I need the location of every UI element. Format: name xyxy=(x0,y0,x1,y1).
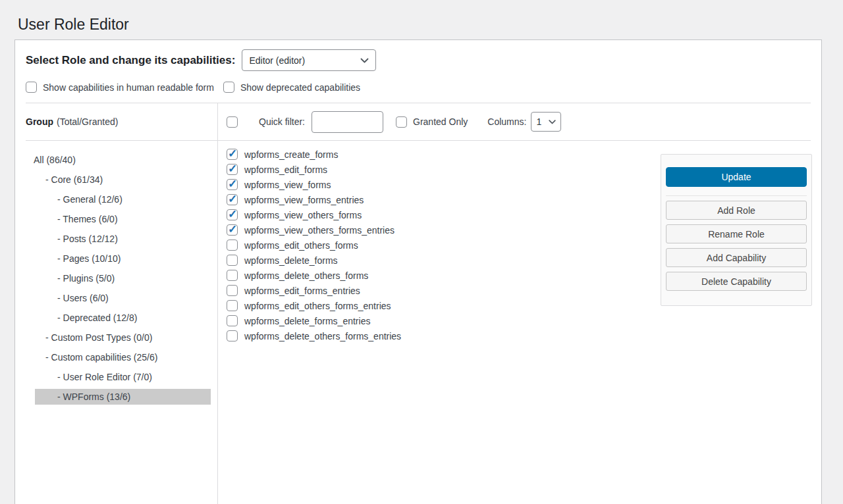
capability-name: wpforms_view_forms xyxy=(244,180,331,190)
group-tree-item[interactable]: - Deprecated (12/8) xyxy=(15,308,217,328)
delete-capability-button[interactable]: Delete Capability xyxy=(666,272,807,291)
group-label: - Deprecated (12/8) xyxy=(57,313,137,323)
deprecated-option[interactable]: Show deprecated capabilities xyxy=(223,82,360,93)
group-label: All (86/40) xyxy=(34,155,76,165)
user-role-editor-panel: Select Role and change its capabilities:… xyxy=(14,39,822,504)
group-header-suffix: (Total/Granted) xyxy=(57,116,118,127)
group-tree-item[interactable]: All (86/40) xyxy=(15,150,217,170)
capability-checkbox[interactable] xyxy=(227,194,238,205)
columns-select-value: 1 xyxy=(536,116,541,127)
granted-only-checkbox[interactable] xyxy=(396,116,407,128)
capability-name: wpforms_edit_others_forms xyxy=(244,240,358,251)
chevron-down-icon xyxy=(549,120,556,124)
list-header-row: Group (Total/Granted) Quick filter: Gran… xyxy=(15,103,821,140)
group-tree-item[interactable]: - Plugins (5/0) xyxy=(15,268,217,288)
group-label: - General (12/6) xyxy=(57,194,122,205)
role-select[interactable]: Editor (editor) xyxy=(242,49,376,71)
capability-row: wpforms_edit_others_forms_entries xyxy=(227,300,661,311)
capability-row: wpforms_delete_others_forms_entries xyxy=(227,330,661,341)
quick-filter-input[interactable] xyxy=(312,111,383,133)
group-label: - Themes (6/0) xyxy=(57,214,118,224)
capability-name: wpforms_edit_others_forms_entries xyxy=(244,301,391,311)
capability-checkbox[interactable] xyxy=(227,239,238,251)
group-tree-item[interactable]: - General (12/6) xyxy=(15,189,217,209)
capability-name: wpforms_view_others_forms xyxy=(244,210,362,220)
separator xyxy=(666,195,807,196)
capability-row: wpforms_delete_others_forms xyxy=(227,270,661,281)
add-role-button[interactable]: Add Role xyxy=(666,201,807,220)
group-tree-item[interactable]: - Pages (10/10) xyxy=(15,249,217,268)
human-readable-option[interactable]: Show capabilities in human readable form xyxy=(26,82,214,93)
deprecated-label: Show deprecated capabilities xyxy=(240,82,360,93)
capability-row: wpforms_delete_forms xyxy=(227,255,661,266)
group-label: - WPForms (13/6) xyxy=(57,391,130,402)
columns-label: Columns: xyxy=(487,116,526,127)
capability-name: wpforms_delete_forms_entries xyxy=(244,316,370,326)
capability-name: wpforms_delete_forms xyxy=(244,255,338,266)
capability-row: wpforms_create_forms xyxy=(227,149,661,160)
capability-row: wpforms_view_others_forms xyxy=(227,209,661,220)
capability-row: wpforms_delete_forms_entries xyxy=(227,315,661,326)
capability-checkbox[interactable] xyxy=(227,255,238,266)
group-label: - Pages (10/10) xyxy=(57,253,121,264)
capability-checkbox[interactable] xyxy=(227,285,238,296)
group-column-header: Group (Total/Granted) xyxy=(15,103,218,140)
capability-name: wpforms_create_forms xyxy=(244,149,338,160)
capability-row: wpforms_edit_others_forms xyxy=(227,239,661,251)
actions-panel: Update Add Role Rename Role Add Capabili… xyxy=(661,154,812,306)
group-label: - Plugins (5/0) xyxy=(57,273,115,284)
select-role-label: Select Role and change its capabilities: xyxy=(26,54,235,67)
group-tree: All (86/40) - Core (61/34) - General (12… xyxy=(15,141,218,504)
group-tree-item[interactable]: - User Role Editor (7/0) xyxy=(15,367,217,387)
group-label: - Users (6/0) xyxy=(57,293,109,303)
capability-checkbox[interactable] xyxy=(227,315,238,326)
group-tree-item[interactable]: - WPForms (13/6) xyxy=(35,389,211,405)
main-content-row: All (86/40) - Core (61/34) - General (12… xyxy=(15,141,821,504)
page-title: User Role Editor xyxy=(18,16,843,34)
capability-row: wpforms_view_others_forms_entries xyxy=(227,224,661,236)
group-label: - User Role Editor (7/0) xyxy=(57,372,152,382)
group-header-title: Group xyxy=(26,116,53,127)
capability-checkbox[interactable] xyxy=(227,209,238,220)
capability-checkbox[interactable] xyxy=(227,300,238,311)
capability-name: wpforms_delete_others_forms_entries xyxy=(244,331,401,341)
select-all-checkbox[interactable] xyxy=(227,116,238,128)
group-tree-item[interactable]: - Posts (12/12) xyxy=(15,229,217,249)
capability-name: wpforms_edit_forms_entries xyxy=(244,286,360,296)
capability-name: wpforms_view_others_forms_entries xyxy=(244,225,394,236)
human-readable-checkbox[interactable] xyxy=(26,82,37,93)
granted-only-label: Granted Only xyxy=(413,116,468,127)
capability-checkbox[interactable] xyxy=(227,224,238,236)
capability-name: wpforms_edit_forms xyxy=(244,164,327,175)
deprecated-checkbox[interactable] xyxy=(223,82,234,93)
capability-checkbox[interactable] xyxy=(227,330,238,341)
capability-row: wpforms_view_forms_entries xyxy=(227,194,661,205)
capability-name: wpforms_view_forms_entries xyxy=(244,195,364,205)
group-tree-item[interactable]: - Themes (6/0) xyxy=(15,209,217,229)
group-label: - Core (61/34) xyxy=(45,174,103,185)
group-tree-item[interactable]: - Users (6/0) xyxy=(15,288,217,308)
group-label: - Custom capabilities (25/6) xyxy=(45,352,157,363)
capability-row: wpforms_view_forms xyxy=(227,179,661,190)
human-readable-label: Show capabilities in human readable form xyxy=(43,82,214,93)
update-button[interactable]: Update xyxy=(666,167,807,187)
columns-select[interactable]: 1 xyxy=(531,112,561,132)
group-tree-item[interactable]: - Core (61/34) xyxy=(15,170,217,189)
group-tree-item[interactable]: - Custom capabilities (25/6) xyxy=(15,347,217,367)
rename-role-button[interactable]: Rename Role xyxy=(666,224,807,243)
filter-bar: Quick filter: Granted Only Columns: 1 xyxy=(218,103,821,140)
chevron-down-icon xyxy=(360,58,369,63)
capability-checkbox[interactable] xyxy=(227,164,238,175)
group-label: - Posts (12/12) xyxy=(57,234,118,244)
role-selector-row: Select Role and change its capabilities:… xyxy=(15,40,821,71)
add-capability-button[interactable]: Add Capability xyxy=(666,248,807,267)
capabilities-list: wpforms_create_forms wpforms_edit_forms … xyxy=(218,141,661,345)
capability-checkbox[interactable] xyxy=(227,149,238,160)
quick-filter-label: Quick filter: xyxy=(259,116,305,127)
capability-row: wpforms_edit_forms_entries xyxy=(227,285,661,296)
capability-checkbox[interactable] xyxy=(227,179,238,190)
capability-row: wpforms_edit_forms xyxy=(227,164,661,175)
capability-checkbox[interactable] xyxy=(227,270,238,281)
group-tree-item[interactable]: - Custom Post Types (0/0) xyxy=(15,328,217,347)
role-select-value: Editor (editor) xyxy=(249,55,305,66)
